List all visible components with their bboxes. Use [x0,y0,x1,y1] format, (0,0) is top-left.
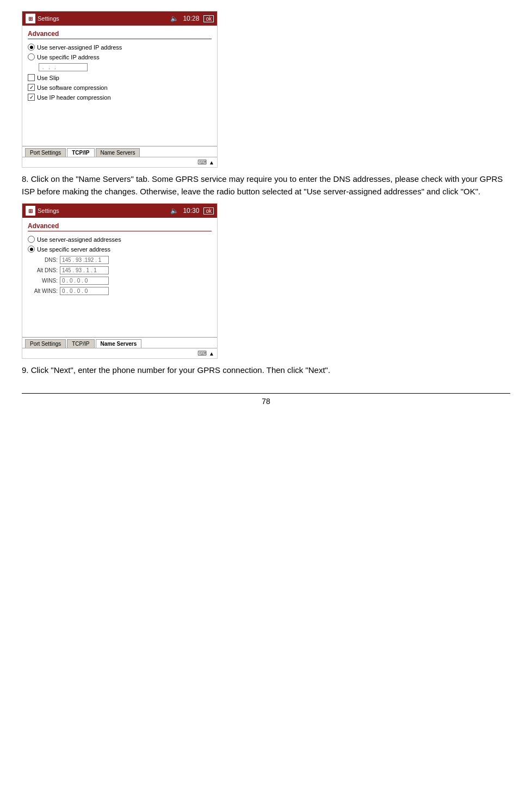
alt-dns-label: Alt DNS: [28,267,58,273]
wins-label: WINS: [28,278,58,284]
radio-server-ip-row[interactable]: Use server-assigned IP address [28,44,212,51]
tab-port-settings-1[interactable]: Port Settings [25,148,66,157]
second-title-bar: ⊞ Settings 🔈 10:30 ok [22,204,217,218]
alt-dns-row: Alt DNS: 145 . 93 . 1 . 1 [28,266,212,274]
second-title-bar-right: 🔈 10:30 ok [170,207,214,215]
dns-input[interactable]: 145 . 93 .192 . 1 [60,256,109,264]
second-time-display: 10:30 [183,207,199,215]
tab-tcpip-2[interactable]: TCP/IP [67,339,94,348]
second-tab-bar: Port Settings TCP/IP Name Servers [22,337,217,348]
step9-instruction: 9. Click "Next", enter the phone number … [22,364,510,377]
dns-fields-container: DNS: 145 . 93 .192 . 1 Alt DNS: 145 . 93… [28,256,212,295]
radio-specific-server-label: Use specific server address [37,246,110,253]
title-bar-right: 🔈 10:28 ok [170,15,214,22]
wins-row: WINS: 0 . 0 . 0 . 0 [28,277,212,285]
second-title-bar-left: ⊞ Settings [26,206,59,216]
radio-server-addresses[interactable] [28,236,35,243]
radio-specific-ip[interactable] [28,53,35,60]
tab-name-servers-2[interactable]: Name Servers [96,339,142,348]
checkbox-software-compression[interactable] [28,84,35,91]
checkbox-software-compression-label: Use software compression [37,84,108,91]
checkbox-use-slip[interactable] [28,74,35,81]
windows-logo-icon-2: ⊞ [26,206,35,216]
tab-name-servers-1[interactable]: Name Servers [96,148,140,157]
spacer2 [28,297,212,327]
title-bar-left: ⊞ Settings [26,14,59,23]
checkbox-software-compression-row[interactable]: Use software compression [28,84,212,91]
speaker-icon: 🔈 [170,15,178,22]
alt-wins-input[interactable]: 0 . 0 . 0 . 0 [60,287,109,295]
radio-specific-server-row[interactable]: Use specific server address [28,246,212,253]
radio-server-addresses-row[interactable]: Use server-assigned addresses [28,236,212,243]
speaker-icon-2: 🔈 [170,207,178,215]
keyboard-icon-1: ⌨ [197,158,207,166]
radio-server-ip-label: Use server-assigned IP address [37,44,122,51]
page-number: 78 [22,393,510,406]
first-tab-bar: Port Settings TCP/IP Name Servers [22,146,217,157]
second-bottom-bar: ⌨ ▲ [22,348,217,358]
tab-tcpip-1[interactable]: TCP/IP [67,148,94,157]
checkbox-use-slip-row[interactable]: Use Slip [28,74,212,81]
keyboard-icon-2: ⌨ [197,350,207,357]
checkbox-ip-header-label: Use IP header compression [37,94,111,101]
second-app-title: Settings [38,207,59,214]
ip-input-row: . . . [39,63,212,71]
dns-row: DNS: 145 . 93 .192 . 1 [28,256,212,264]
radio-specific-ip-row[interactable]: Use specific IP address [28,53,212,60]
first-bottom-bar: ⌨ ▲ [22,157,217,167]
arrow-up-icon-1: ▲ [209,160,214,166]
dns-label: DNS: [28,257,58,263]
radio-specific-ip-label: Use specific IP address [37,54,100,60]
radio-server-addresses-label: Use server-assigned addresses [37,236,121,243]
app-title: Settings [38,15,59,22]
arrow-up-icon-2: ▲ [209,351,214,357]
second-section-title: Advanced [28,222,212,231]
second-screenshot: ⊞ Settings 🔈 10:30 ok Advanced Use serve… [22,203,218,359]
time-display: 10:28 [183,15,199,22]
radio-specific-server[interactable] [28,246,35,253]
first-screen-content: Advanced Use server-assigned IP address … [22,26,217,140]
ok-button[interactable]: ok [203,15,214,22]
first-section-title: Advanced [28,30,212,39]
checkbox-ip-header-row[interactable]: Use IP header compression [28,94,212,101]
tab-port-settings-2[interactable]: Port Settings [25,339,66,348]
radio-server-ip[interactable] [28,44,35,51]
first-screenshot: ⊞ Settings 🔈 10:28 ok Advanced Use serve… [22,11,218,168]
step8-instruction: 8. Click on the "Name Servers" tab. Some… [22,173,510,198]
alt-wins-label: Alt WINS: [28,288,58,294]
spacer1 [28,103,212,136]
ok-button-2[interactable]: ok [203,207,214,215]
alt-dns-input[interactable]: 145 . 93 . 1 . 1 [60,266,109,274]
wins-input[interactable]: 0 . 0 . 0 . 0 [60,277,109,285]
second-screen-content: Advanced Use server-assigned addresses U… [22,218,217,332]
first-title-bar: ⊞ Settings 🔈 10:28 ok [22,11,217,26]
checkbox-ip-header[interactable] [28,94,35,101]
ip-input[interactable]: . . . [39,63,88,71]
checkbox-use-slip-label: Use Slip [37,75,59,81]
alt-wins-row: Alt WINS: 0 . 0 . 0 . 0 [28,287,212,295]
windows-logo-icon: ⊞ [26,14,35,23]
